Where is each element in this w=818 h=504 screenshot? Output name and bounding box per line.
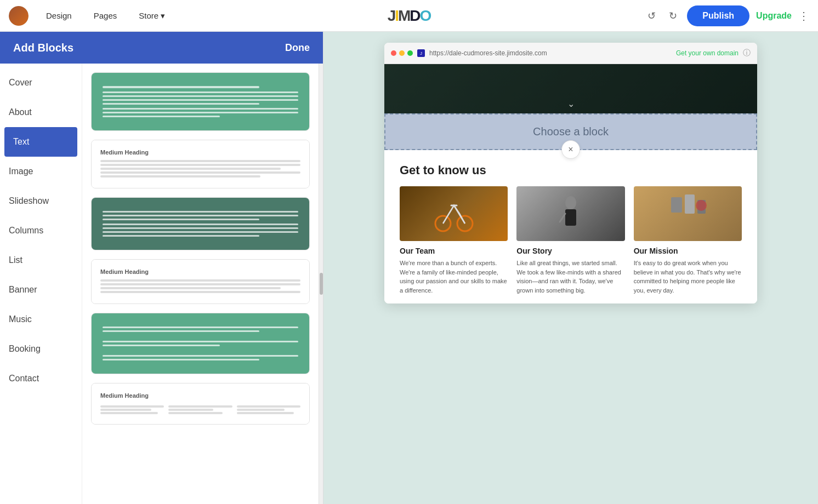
publish-button[interactable]: Publish bbox=[687, 5, 749, 26]
nav-pages[interactable]: Pages bbox=[89, 9, 122, 22]
sidebar-item-cover[interactable]: Cover bbox=[0, 68, 82, 98]
get-domain-link[interactable]: Get your own domain bbox=[676, 49, 739, 57]
scrollbar[interactable] bbox=[319, 64, 323, 504]
dot-yellow bbox=[399, 50, 405, 56]
avatar[interactable] bbox=[9, 6, 29, 26]
svg-rect-4 bbox=[565, 209, 576, 226]
col-title-team: Our Team bbox=[400, 247, 508, 255]
logo-o: O bbox=[420, 7, 431, 24]
block-card-green-1 bbox=[92, 73, 309, 130]
col-img-bike bbox=[400, 186, 508, 241]
scroll-thumb bbox=[320, 273, 323, 295]
main-layout: Add Blocks Done Cover About Text Image S… bbox=[0, 32, 818, 504]
sidebar-content-area: Cover About Text Image Slideshow Columns… bbox=[0, 64, 323, 504]
svg-rect-6 bbox=[671, 197, 682, 213]
col-card-mission: Our Mission It's easy to do great work w… bbox=[634, 186, 742, 295]
sidebar-nav: Cover About Text Image Slideshow Columns… bbox=[0, 64, 82, 504]
choose-block-section[interactable]: Choose a block × bbox=[384, 113, 757, 150]
three-col-grid: Our Team We're more than a bunch of expe… bbox=[400, 186, 742, 295]
browser-dots bbox=[391, 50, 413, 56]
topbar-right: ↺ ↻ Publish Upgrade ⋮ bbox=[644, 5, 809, 26]
hero-section: ⌄ bbox=[384, 64, 757, 113]
browser-window: J https://dale-cudmores-site.jimdosite.c… bbox=[384, 43, 757, 303]
done-button[interactable]: Done bbox=[285, 42, 310, 54]
col-body-team: We're more than a bunch of experts. We'r… bbox=[400, 259, 508, 295]
sidebar-item-text[interactable]: Text bbox=[4, 127, 77, 157]
svg-point-3 bbox=[565, 196, 576, 209]
sidebar-item-contact[interactable]: Contact bbox=[0, 364, 82, 393]
redo-button[interactable]: ↻ bbox=[666, 7, 680, 25]
block-card-5[interactable] bbox=[91, 313, 310, 374]
more-options-button[interactable]: ⋮ bbox=[798, 9, 809, 22]
sidebar-item-booking[interactable]: Booking bbox=[0, 334, 82, 364]
sidebar-item-music[interactable]: Music bbox=[0, 305, 82, 334]
art-illustration bbox=[666, 192, 709, 236]
sidebar-item-slideshow[interactable]: Slideshow bbox=[0, 186, 82, 216]
block-card-white-2: Medium Heading bbox=[92, 140, 309, 188]
bike-illustration bbox=[432, 192, 476, 236]
nav-design[interactable]: Design bbox=[42, 9, 76, 22]
logo: JIMDO bbox=[388, 7, 431, 25]
block-card-4[interactable]: Medium Heading bbox=[91, 259, 310, 304]
chevron-down-icon: ▾ bbox=[161, 11, 165, 21]
browser-url: https://dale-cudmores-site.jimdosite.com bbox=[429, 49, 672, 57]
block-card-green-5 bbox=[92, 313, 309, 374]
close-block-button[interactable]: × bbox=[561, 140, 580, 159]
block-card-1[interactable] bbox=[91, 72, 310, 131]
logo-d: D bbox=[410, 7, 419, 24]
col-body-mission: It's easy to do great work when you beli… bbox=[634, 259, 742, 295]
hero-chevron-icon: ⌄ bbox=[567, 99, 575, 109]
col-card-story: Our Story Like all great things, we star… bbox=[516, 186, 624, 295]
block-card-3[interactable] bbox=[91, 197, 310, 250]
sidebar-item-list[interactable]: List bbox=[0, 245, 82, 275]
svg-point-9 bbox=[696, 200, 707, 211]
svg-line-5 bbox=[560, 214, 565, 222]
info-icon[interactable]: ⓘ bbox=[743, 48, 751, 58]
block-card-2[interactable]: Medium Heading bbox=[91, 140, 310, 188]
sidebar-item-banner[interactable]: Banner bbox=[0, 275, 82, 305]
nav-store[interactable]: Store ▾ bbox=[134, 9, 169, 23]
col-img-woman bbox=[516, 186, 624, 241]
col-title-mission: Our Mission bbox=[634, 247, 742, 255]
sidebar-item-about[interactable]: About bbox=[0, 98, 82, 127]
topbar: Design Pages Store ▾ JIMDO ↺ ↻ Publish U… bbox=[0, 0, 818, 32]
dot-red bbox=[391, 50, 396, 56]
sidebar: Add Blocks Done Cover About Text Image S… bbox=[0, 32, 323, 504]
logo-m: M bbox=[398, 7, 410, 24]
svg-rect-7 bbox=[685, 194, 695, 214]
block-card-6[interactable]: Medium Heading bbox=[91, 383, 310, 425]
woman-illustration bbox=[557, 192, 584, 236]
choose-block-label: Choose a block bbox=[533, 125, 609, 138]
undo-button[interactable]: ↺ bbox=[644, 7, 659, 25]
sidebar-header: Add Blocks Done bbox=[0, 32, 323, 64]
col-title-story: Our Story bbox=[516, 247, 624, 255]
section-title: Get to know us bbox=[400, 163, 742, 177]
block-card-white-4: Medium Heading bbox=[92, 260, 309, 303]
col-img-art bbox=[634, 186, 742, 241]
col-body-story: Like all great things, we started small.… bbox=[516, 259, 624, 295]
get-to-know-section: Get to know us bbox=[384, 150, 757, 303]
browser-bar: J https://dale-cudmores-site.jimdosite.c… bbox=[384, 43, 757, 64]
topbar-left: Design Pages Store ▾ bbox=[9, 6, 169, 26]
dot-green bbox=[407, 50, 413, 56]
sidebar-item-image[interactable]: Image bbox=[0, 157, 82, 186]
logo-j: J bbox=[388, 7, 395, 24]
browser-favicon: J bbox=[417, 49, 425, 57]
main-content: J https://dale-cudmores-site.jimdosite.c… bbox=[323, 32, 818, 504]
col-card-team: Our Team We're more than a bunch of expe… bbox=[400, 186, 508, 295]
sidebar-item-columns[interactable]: Columns bbox=[0, 216, 82, 245]
upgrade-button[interactable]: Upgrade bbox=[756, 11, 792, 21]
sidebar-title: Add Blocks bbox=[13, 42, 73, 54]
blocks-panel: Medium Heading bbox=[82, 64, 319, 504]
block-card-dark-3 bbox=[92, 198, 309, 250]
block-card-white-6: Medium Heading bbox=[92, 383, 309, 424]
website-preview: ⌄ Choose a block × Get to know us bbox=[384, 64, 757, 303]
